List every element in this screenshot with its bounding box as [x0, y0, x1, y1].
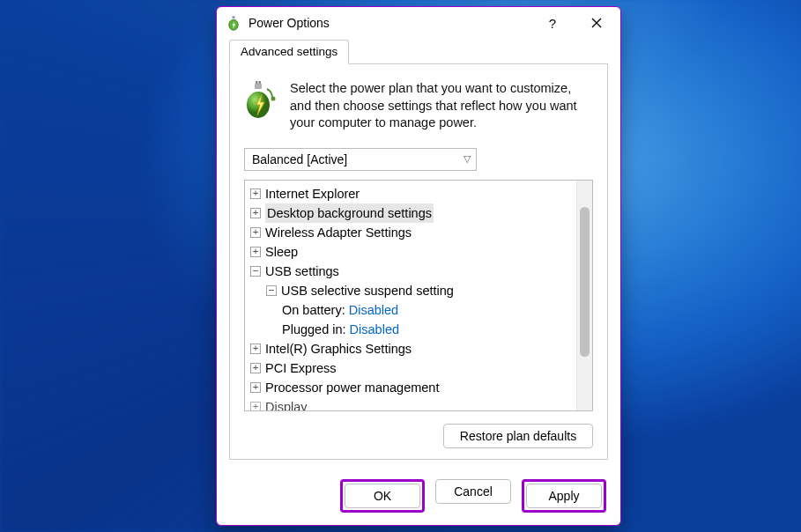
intro-row: Select the power plan that you want to c…	[244, 80, 593, 132]
window-title: Power Options	[248, 16, 527, 30]
close-icon	[591, 18, 602, 28]
svg-rect-4	[255, 84, 262, 89]
battery-power-icon	[244, 80, 278, 119]
titlebar: Power Options ?	[217, 7, 620, 39]
dialog-footer: OK Cancel Apply	[217, 470, 620, 525]
tree-scrollbar[interactable]	[576, 181, 592, 410]
restore-row: Restore plan defaults	[244, 424, 593, 448]
expand-icon[interactable]: +	[250, 344, 261, 354]
tree-item-plugged-in[interactable]: Plugged in: Disabled	[250, 320, 576, 339]
highlight-ok: OK	[340, 479, 425, 513]
tree-item-internet-explorer[interactable]: +Internet Explorer	[250, 184, 576, 203]
tab-panel: Select the power plan that you want to c…	[229, 63, 608, 460]
tree-item-usb-selective-suspend[interactable]: −USB selective suspend setting	[250, 281, 576, 300]
scrollbar-thumb[interactable]	[580, 207, 590, 357]
tree-item-wireless-adapter[interactable]: +Wireless Adapter Settings	[250, 223, 576, 242]
expand-icon[interactable]: +	[250, 227, 261, 238]
svg-rect-5	[256, 81, 258, 84]
tree-item-sleep[interactable]: +Sleep	[250, 242, 576, 262]
expand-icon[interactable]: +	[250, 208, 261, 218]
power-plan-selected: Balanced [Active]	[252, 152, 347, 166]
tab-advanced-settings[interactable]: Advanced settings	[229, 40, 349, 64]
expand-icon[interactable]: +	[250, 188, 261, 199]
collapse-icon[interactable]: −	[250, 266, 261, 277]
restore-defaults-button[interactable]: Restore plan defaults	[443, 424, 593, 448]
chevron-down-icon: ▽	[464, 153, 471, 165]
expand-icon[interactable]: +	[250, 363, 261, 373]
tree-item-processor-power[interactable]: +Processor power management	[250, 378, 576, 397]
on-battery-label: On battery:	[282, 300, 345, 320]
intro-text: Select the power plan that you want to c…	[290, 80, 593, 132]
cancel-button[interactable]: Cancel	[435, 479, 511, 504]
apply-button[interactable]: Apply	[526, 484, 602, 508]
power-options-icon	[226, 15, 241, 31]
plugged-in-label: Plugged in:	[282, 320, 346, 339]
power-plan-select[interactable]: Balanced [Active] ▽	[244, 148, 477, 171]
tree-item-intel-graphics[interactable]: +Intel(R) Graphics Settings	[250, 339, 576, 358]
plugged-in-value[interactable]: Disabled	[350, 320, 399, 339]
help-button[interactable]: ?	[534, 10, 571, 36]
highlight-apply: Apply	[522, 479, 606, 513]
expand-icon[interactable]: +	[250, 247, 261, 257]
settings-tree[interactable]: +Internet Explorer +Desktop background s…	[245, 181, 576, 410]
desktop-wallpaper: Power Options ? Advanced settings	[0, 0, 801, 532]
expand-icon[interactable]: +	[250, 402, 261, 410]
tree-item-on-battery[interactable]: On battery: Disabled	[250, 300, 576, 320]
tree-item-pci-express[interactable]: +PCI Express	[250, 358, 576, 378]
svg-point-7	[271, 97, 276, 101]
close-button[interactable]	[578, 10, 615, 36]
tab-strip: Advanced settings	[217, 39, 620, 63]
svg-rect-2	[233, 17, 235, 18]
settings-tree-container: +Internet Explorer +Desktop background s…	[244, 180, 593, 411]
tree-item-display[interactable]: +Display	[250, 397, 576, 410]
on-battery-value[interactable]: Disabled	[349, 300, 398, 320]
tree-item-desktop-background[interactable]: +Desktop background settings	[250, 203, 576, 223]
collapse-icon[interactable]: −	[266, 285, 277, 296]
expand-icon[interactable]: +	[250, 382, 261, 393]
ok-button[interactable]: OK	[345, 484, 420, 508]
svg-rect-6	[259, 81, 262, 84]
tree-item-usb-settings[interactable]: −USB settings	[250, 262, 576, 281]
power-options-dialog: Power Options ? Advanced settings	[216, 6, 621, 526]
